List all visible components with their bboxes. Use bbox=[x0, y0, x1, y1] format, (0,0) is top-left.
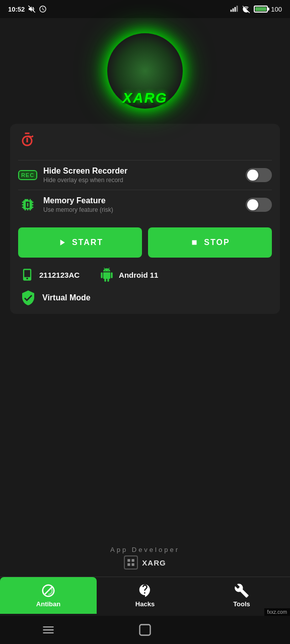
nav-back-button[interactable] bbox=[41, 623, 55, 637]
toggle-knob-memory bbox=[247, 199, 258, 210]
android-item: Android 11 bbox=[100, 268, 158, 282]
shield-check-icon bbox=[20, 290, 36, 306]
svg-rect-2 bbox=[233, 9, 234, 12]
feature-left-memory: Memory Feature Use memory feature (risk) bbox=[18, 195, 113, 214]
bottom-nav: Antiban Hacks Tools bbox=[0, 577, 290, 614]
logo-circle: XARG bbox=[105, 31, 185, 111]
svg-rect-15 bbox=[192, 240, 197, 245]
phone-icon bbox=[20, 268, 34, 282]
android-icon bbox=[100, 268, 114, 282]
mute-icon bbox=[28, 5, 36, 13]
nav-home-button[interactable] bbox=[138, 623, 152, 637]
device-id-item: 2112123AC bbox=[20, 268, 80, 282]
virtual-mode-row: Virtual Mode bbox=[18, 290, 272, 306]
svg-rect-16 bbox=[140, 625, 151, 635]
toggle-memory-feature[interactable] bbox=[246, 198, 272, 212]
feature-text-rec: Hide Screen Recorder Hide overlay esp wh… bbox=[43, 167, 127, 184]
stop-button[interactable]: STOP bbox=[148, 227, 272, 258]
nav-item-hacks[interactable]: Hacks bbox=[97, 577, 193, 614]
watermark: fxxz.com bbox=[264, 608, 290, 616]
timer-row bbox=[18, 132, 272, 152]
logo-text: XARG bbox=[123, 90, 168, 106]
timer-icon bbox=[18, 132, 36, 150]
grid-icon bbox=[126, 558, 135, 567]
nav-label-tools: Tools bbox=[233, 600, 250, 608]
status-left: 10:52 bbox=[8, 5, 47, 13]
android-version-text: Android 11 bbox=[119, 271, 158, 279]
chip-icon-wrap bbox=[18, 195, 37, 214]
stop-icon bbox=[190, 238, 199, 247]
logo-area: XARG bbox=[0, 18, 290, 119]
start-button[interactable]: START bbox=[18, 227, 142, 258]
antiban-icon bbox=[41, 583, 56, 598]
toggle-hide-screen-recorder[interactable] bbox=[246, 168, 272, 182]
signal-icon bbox=[230, 5, 239, 13]
rec-icon: REC bbox=[18, 170, 37, 180]
feature-title-memory: Memory Feature bbox=[43, 196, 113, 205]
rec-icon-wrap: REC bbox=[18, 166, 37, 185]
nav-item-antiban[interactable]: Antiban bbox=[0, 577, 97, 614]
feature-title-rec: Hide Screen Recorder bbox=[43, 167, 127, 176]
svg-rect-3 bbox=[235, 7, 236, 12]
button-row: START STOP bbox=[18, 227, 272, 258]
info-row: 2112123AC Android 11 bbox=[18, 268, 272, 282]
stop-label: STOP bbox=[204, 238, 230, 247]
svg-rect-1 bbox=[231, 10, 232, 12]
developer-logo-row: XARG bbox=[0, 555, 290, 570]
svg-rect-4 bbox=[237, 6, 238, 12]
alarm-icon bbox=[39, 5, 47, 13]
feature-memory: Memory Feature Use memory feature (risk) bbox=[18, 190, 272, 219]
tools-icon bbox=[234, 583, 249, 598]
device-id-text: 2112123AC bbox=[39, 271, 80, 279]
developer-footer: App Developer XARG bbox=[0, 542, 290, 574]
feature-text-memory: Memory Feature Use memory feature (risk) bbox=[43, 196, 113, 213]
feature-hide-screen-recorder: REC Hide Screen Recorder Hide overlay es… bbox=[18, 160, 272, 190]
virtual-mode-label: Virtual Mode bbox=[42, 293, 91, 302]
nav-recent-button[interactable] bbox=[235, 623, 249, 637]
play-icon bbox=[57, 237, 67, 248]
developer-name: XARG bbox=[142, 558, 166, 567]
status-bar: 10:52 100 bbox=[0, 0, 290, 18]
hacks-icon bbox=[137, 583, 153, 598]
start-label: START bbox=[72, 238, 103, 247]
developer-title: App Developer bbox=[0, 546, 290, 553]
feature-subtitle-rec: Hide overlay esp when record bbox=[43, 177, 127, 184]
battery-icon bbox=[254, 6, 268, 13]
main-card: REC Hide Screen Recorder Hide overlay es… bbox=[10, 124, 280, 314]
wifi-icon bbox=[242, 5, 251, 13]
feature-subtitle-memory: Use memory feature (risk) bbox=[43, 206, 113, 213]
toggle-knob-rec bbox=[247, 170, 258, 181]
developer-logo-box bbox=[124, 555, 138, 570]
nav-label-hacks: Hacks bbox=[135, 600, 155, 608]
battery-label: 100 bbox=[271, 6, 282, 13]
feature-left-rec: REC Hide Screen Recorder Hide overlay es… bbox=[18, 166, 127, 185]
status-right: 100 bbox=[230, 5, 282, 13]
nav-label-antiban: Antiban bbox=[36, 600, 60, 608]
time-display: 10:52 bbox=[8, 6, 25, 13]
android-nav-bar bbox=[0, 616, 290, 644]
chip-icon bbox=[20, 197, 35, 212]
